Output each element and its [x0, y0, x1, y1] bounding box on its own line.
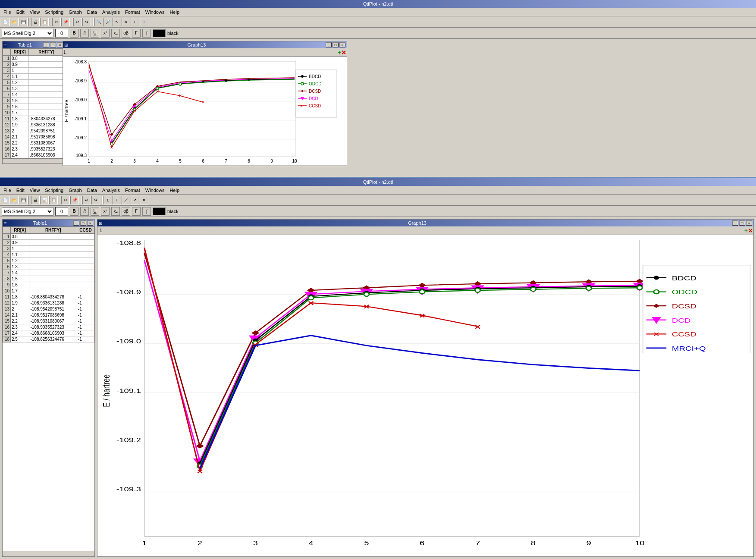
bottom-menu-data[interactable]: Data	[85, 187, 100, 193]
tb-copy[interactable]: 📋	[40, 18, 49, 26]
cell-x[interactable]: 1.5	[11, 98, 29, 104]
cell-c3[interactable]	[77, 234, 94, 240]
b-font-size-input[interactable]	[55, 207, 68, 216]
cell-y[interactable]	[29, 264, 77, 270]
b-symbols-button[interactable]: αβ	[122, 207, 130, 216]
cell-y[interactable]	[29, 288, 77, 294]
top-graph-close[interactable]: ×	[339, 42, 345, 47]
cell-y[interactable]	[29, 270, 77, 276]
bottom-menu-help[interactable]: Help	[167, 187, 182, 193]
cell-c3[interactable]: -1	[77, 336, 94, 342]
cell-x[interactable]: 1.9	[11, 300, 29, 306]
cell-x[interactable]: 1.2	[11, 258, 29, 264]
cell-y[interactable]: .8804334278	[29, 116, 64, 122]
cell-y[interactable]: -108.9517085698	[29, 312, 77, 318]
cell-y[interactable]: -108.9336131288	[29, 300, 77, 306]
b-col-rrx[interactable]: RR[X]	[11, 227, 29, 234]
b-integral-button[interactable]: ∫	[142, 207, 151, 216]
b-col-ccsd[interactable]: CCSD	[77, 227, 94, 234]
cell-y[interactable]: .9542098751	[29, 128, 64, 134]
cell-x[interactable]: 2.5	[11, 336, 29, 342]
cell-c3[interactable]	[77, 252, 94, 258]
cell-x[interactable]: 2	[11, 306, 29, 312]
tb-save[interactable]: 💾	[19, 18, 28, 26]
cell-x[interactable]: 1.7	[11, 110, 29, 116]
b-tb-arrow2[interactable]: ↗	[131, 196, 139, 204]
top-graph-minimize[interactable]: _	[326, 42, 332, 47]
b-superscript-button[interactable]: x²	[101, 207, 110, 216]
cell-c3[interactable]	[77, 282, 94, 288]
cell-y[interactable]: -108.8804334278	[29, 294, 77, 300]
tb-paste[interactable]: 📌	[61, 18, 70, 26]
gamma-button[interactable]: Γ	[132, 29, 141, 38]
menu-view[interactable]: View	[27, 9, 43, 15]
menu-data[interactable]: Data	[85, 9, 100, 15]
cell-x[interactable]: 1.1	[11, 252, 29, 258]
menu-analysis[interactable]: Analysis	[100, 9, 122, 15]
b-tb-save[interactable]: 💾	[19, 196, 28, 204]
cell-y[interactable]	[29, 240, 77, 246]
cell-y[interactable]	[29, 252, 77, 258]
cell-x[interactable]: 1	[11, 68, 29, 74]
cell-x[interactable]: 1.5	[11, 276, 29, 282]
cell-y[interactable]	[29, 62, 64, 68]
symbols-button[interactable]: αβ	[122, 29, 130, 38]
cell-x[interactable]: 1.2	[11, 80, 29, 86]
tb-undo[interactable]: ↩	[73, 18, 82, 26]
menu-file[interactable]: File	[1, 9, 14, 15]
top-table-maximize[interactable]: □	[50, 42, 56, 47]
col-rrx[interactable]: RR[X]	[11, 49, 29, 56]
cell-x[interactable]: 2.2	[11, 318, 29, 324]
bottom-graph-remove[interactable]: ✕	[748, 227, 753, 234]
cell-c3[interactable]	[77, 276, 94, 282]
cell-c3[interactable]: -1	[77, 312, 94, 318]
cell-y[interactable]	[29, 258, 77, 264]
b-bold-button[interactable]: B	[70, 207, 78, 216]
cell-y[interactable]: -108.8256324476	[29, 336, 77, 342]
cell-y[interactable]	[29, 80, 64, 86]
tb-redo[interactable]: ↪	[82, 18, 91, 26]
b-tb-export[interactable]: 📊	[40, 196, 49, 204]
cell-x[interactable]: 1	[11, 246, 29, 252]
bottom-menu-graph[interactable]: Graph	[66, 187, 85, 193]
cell-x[interactable]: 1.8	[11, 116, 29, 122]
tb-cross[interactable]: ✕	[122, 18, 130, 26]
menu-windows[interactable]: Windows	[143, 9, 167, 15]
top-graph-add[interactable]: +	[338, 49, 341, 56]
menu-help[interactable]: Help	[167, 9, 182, 15]
cell-c3[interactable]	[77, 240, 94, 246]
subscript-button[interactable]: x₂	[111, 29, 120, 38]
b-tb-redo[interactable]: ↪	[91, 196, 100, 204]
tb-cut[interactable]: ✂	[52, 18, 61, 26]
tb-arrow[interactable]: ↖	[113, 18, 121, 26]
cell-c3[interactable]: -1	[77, 330, 94, 336]
b-tb-cut[interactable]: ✂	[61, 196, 70, 204]
b-col-rhffy[interactable]: RHFFY]	[29, 227, 77, 234]
tb-sigma[interactable]: Σ	[131, 18, 139, 26]
cell-c3[interactable]: -1	[77, 318, 94, 324]
cell-y[interactable]: -108.8668106903	[29, 330, 77, 336]
b-italic-button[interactable]: It	[80, 207, 89, 216]
bottom-menu-analysis[interactable]: Analysis	[100, 187, 122, 193]
cell-y[interactable]	[29, 276, 77, 282]
bottom-menu-scripting[interactable]: Scripting	[42, 187, 66, 193]
b-underline-button[interactable]: U	[91, 207, 99, 216]
cell-y[interactable]: .9517085698	[29, 134, 64, 140]
cell-y[interactable]	[29, 246, 77, 252]
cell-y[interactable]	[29, 56, 64, 62]
bottom-graph-close[interactable]: ×	[746, 220, 752, 226]
bottom-graph-maximize[interactable]: □	[739, 220, 745, 226]
cell-y[interactable]	[29, 234, 77, 240]
cell-x[interactable]: 1.6	[11, 282, 29, 288]
font-selector[interactable]: MS Shell Dlg 2	[2, 29, 53, 38]
b-tb-print[interactable]: 🖨	[31, 196, 40, 204]
b-font-selector[interactable]: MS Shell Dlg 2	[2, 207, 53, 216]
bottom-menu-format[interactable]: Format	[122, 187, 143, 193]
superscript-button[interactable]: x²	[101, 29, 110, 38]
cell-y[interactable]	[29, 86, 64, 92]
cell-y[interactable]: -108.9035527323	[29, 324, 77, 330]
b-tb-x[interactable]: ✕	[140, 196, 148, 204]
b-tb-paste[interactable]: 📌	[70, 196, 79, 204]
italic-button[interactable]: It	[80, 29, 89, 38]
top-table-minimize[interactable]: _	[43, 42, 49, 47]
